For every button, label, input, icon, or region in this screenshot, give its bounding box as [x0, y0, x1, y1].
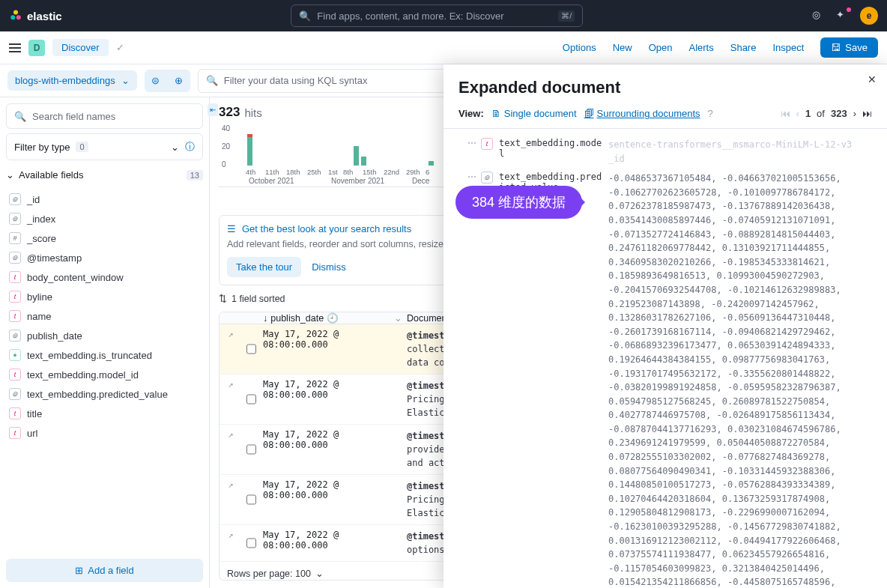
close-icon[interactable]: ✕: [868, 73, 877, 85]
available-fields-header[interactable]: ⌄ Available fields 13: [6, 165, 203, 185]
field-name: title: [27, 408, 42, 419]
y-tick: 0: [222, 160, 226, 169]
field-item[interactable]: tbody_content_window: [6, 267, 203, 287]
field-name: text_embedding.model_id: [27, 369, 139, 381]
y-tick: 20: [222, 142, 230, 151]
single-document-link[interactable]: 🗎 Single document: [491, 108, 577, 119]
field-item[interactable]: tname: [6, 306, 203, 326]
field-name: name: [27, 311, 52, 322]
surrounding-documents-link[interactable]: 🗐 Surrounding documents: [584, 108, 700, 119]
workspace-badge[interactable]: D: [28, 40, 45, 56]
collapse-sidebar-icon[interactable]: ⇤: [208, 103, 218, 116]
global-search[interactable]: 🔍 Find apps, content, and more. Ex: Disc…: [291, 4, 583, 27]
row-checkbox[interactable]: [246, 379, 256, 419]
field-name: text_embedding.predicted_value: [27, 389, 168, 400]
expand-row-icon[interactable]: ↗: [220, 479, 242, 520]
link-inspect[interactable]: Inspect: [772, 42, 804, 53]
next-page-icon[interactable]: ›: [853, 108, 856, 119]
first-page-icon[interactable]: ⏮: [781, 108, 790, 119]
row-checkbox[interactable]: [246, 530, 256, 557]
x-month: November 2021: [331, 177, 384, 185]
field-item[interactable]: ⊚publish_date: [6, 326, 203, 345]
filter-by-type[interactable]: Filter by type 0 ⌄ ⓘ: [6, 133, 203, 160]
field-item[interactable]: ⊚text_embedding.predicted_value: [6, 384, 203, 404]
add-filter-button[interactable]: ⊕: [168, 70, 190, 92]
hits-number: 323: [219, 105, 240, 120]
link-share[interactable]: Share: [730, 42, 757, 53]
data-view-label: blogs-with-embeddings: [15, 75, 115, 86]
search-shortcut: ⌘/: [558, 10, 575, 22]
col-publish-date[interactable]: ↓ publish_date 🕘 ⌄: [260, 312, 402, 324]
field-value: sentence-transformers__msmarco-MiniLM-L-…: [608, 138, 875, 166]
help-icon[interactable]: ?: [708, 108, 713, 119]
last-page-icon[interactable]: ⏭: [862, 108, 872, 119]
link-new[interactable]: New: [613, 42, 632, 53]
take-tour-button[interactable]: Take the tour: [227, 257, 301, 277]
x-month: October 2021: [249, 177, 294, 185]
field-item[interactable]: ⊚_id: [6, 190, 203, 209]
chevron-down-icon[interactable]: ✓: [116, 42, 124, 53]
brand-logo[interactable]: elastic: [9, 9, 62, 22]
app-name-pill[interactable]: Discover: [52, 39, 109, 56]
callout-title: Get the best look at your search results: [242, 223, 411, 234]
field-type-icon: t: [9, 407, 21, 419]
documents-icon: 🗐: [584, 108, 594, 119]
field-item[interactable]: tbyline: [6, 287, 203, 306]
clock-icon: 🕘: [327, 312, 339, 324]
search-icon: 🔍: [299, 10, 311, 22]
chevron-down-icon[interactable]: ⌄: [394, 312, 402, 324]
page-current: 1: [805, 108, 811, 119]
row-actions-icon[interactable]: ⋯: [451, 172, 476, 588]
field-item[interactable]: #_score: [6, 228, 203, 248]
field-item[interactable]: turl: [6, 423, 203, 443]
field-type-icon: ●: [9, 349, 21, 361]
user-avatar[interactable]: e: [860, 7, 878, 25]
link-options[interactable]: Options: [563, 42, 596, 53]
help-icon[interactable]: ◎: [812, 9, 826, 22]
filter-icon-button[interactable]: ⊜: [145, 70, 167, 92]
expand-row-icon[interactable]: ↗: [220, 530, 242, 557]
filter-count: 0: [76, 142, 88, 152]
expand-row-icon[interactable]: ↗: [220, 429, 242, 470]
field-item[interactable]: ●text_embedding.is_truncated: [6, 345, 203, 365]
field-type-icon: ⊚: [9, 193, 21, 205]
row-actions-icon[interactable]: ⋯: [451, 138, 476, 166]
filter-label: Filter by type: [14, 142, 70, 153]
search-placeholder: Find apps, content, and more. Ex: Discov…: [317, 10, 552, 22]
cell-date: May 17, 2022 @ 08:00:00.000: [260, 329, 402, 369]
prev-page-icon[interactable]: ‹: [796, 108, 799, 119]
field-search-input[interactable]: 🔍 Search field names: [6, 103, 203, 129]
dismiss-button[interactable]: Dismiss: [309, 257, 349, 277]
field-item[interactable]: ⊚@timestamp: [6, 248, 203, 267]
expand-row-icon[interactable]: ↗: [220, 329, 242, 369]
field-name: text_embedding.predicted_value ⌄: [499, 172, 604, 588]
field-item[interactable]: ttext_embedding.model_id: [6, 365, 203, 384]
annotation-bubble: 384 维度的数据: [455, 186, 582, 219]
field-item[interactable]: ttitle: [6, 404, 203, 423]
save-button[interactable]: 🖫 Save: [820, 37, 878, 58]
token-type-icon: ⊚: [481, 172, 493, 184]
row-checkbox[interactable]: [246, 429, 256, 470]
x-tick: 1st: [328, 168, 338, 176]
x-tick: 22nd: [384, 168, 399, 176]
row-checkbox[interactable]: [246, 479, 256, 520]
nav-toggle-icon[interactable]: [9, 43, 21, 52]
link-alerts[interactable]: Alerts: [689, 42, 714, 53]
news-icon[interactable]: ✦: [836, 9, 850, 22]
cell-date: May 17, 2022 @ 08:00:00.000: [260, 530, 402, 557]
data-view-selector[interactable]: blogs-with-embeddings ⌄: [7, 70, 137, 91]
link-open[interactable]: Open: [649, 42, 673, 53]
x-tick: 6: [426, 168, 429, 176]
chevron-down-icon: ⌄: [171, 142, 179, 153]
search-icon: 🔍: [206, 75, 218, 86]
add-field-button[interactable]: ⊞ Add a field: [6, 559, 203, 582]
cell-date: May 17, 2022 @ 08:00:00.000: [260, 379, 402, 419]
page-total: 323: [831, 108, 847, 119]
row-checkbox[interactable]: [246, 329, 256, 369]
info-icon[interactable]: ⓘ: [185, 140, 195, 154]
expand-row-icon[interactable]: ↗: [220, 379, 242, 419]
expanded-document-flyout: Expanded document ✕ View: 🗎 Single docum…: [444, 64, 887, 588]
cell-date: May 17, 2022 @ 08:00:00.000: [260, 429, 402, 470]
field-type-icon: t: [9, 291, 21, 303]
field-item[interactable]: ⊚_index: [6, 209, 203, 228]
